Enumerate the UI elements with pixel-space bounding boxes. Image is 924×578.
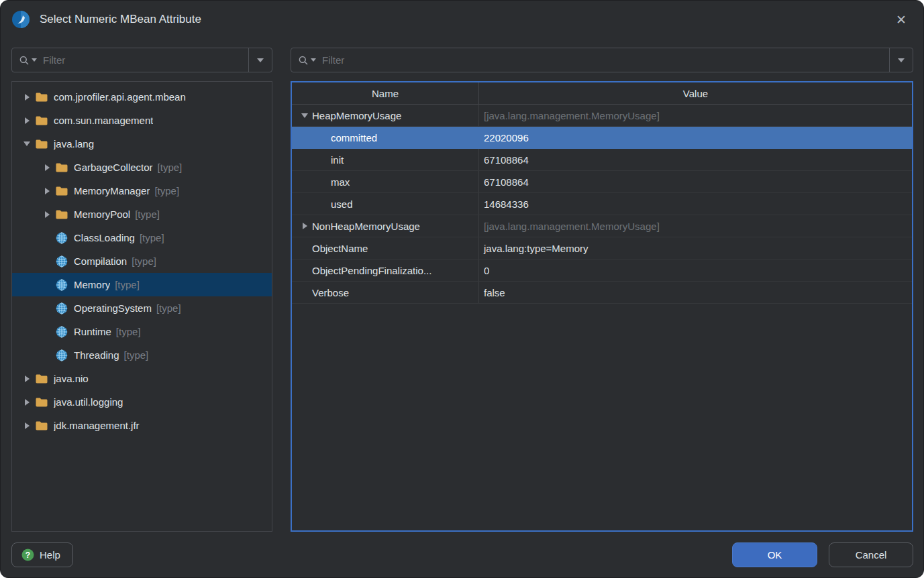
tree-item-memorypool[interactable]: MemoryPool[type] xyxy=(12,203,272,226)
expand-arrow-icon[interactable] xyxy=(39,188,55,194)
attribute-row-used[interactable]: used14684336 xyxy=(292,193,912,215)
attribute-value: false xyxy=(479,282,912,303)
chevron-down-icon xyxy=(898,58,905,62)
attribute-row-nonheapmemoryusage[interactable]: NonHeapMemoryUsage[java.lang.management.… xyxy=(292,215,912,237)
mbean-icon xyxy=(55,325,68,339)
expand-arrow-icon[interactable] xyxy=(19,399,35,406)
type-badge: [type] xyxy=(115,279,140,290)
tree-item-label: Runtime xyxy=(74,326,111,337)
folder-icon xyxy=(55,161,68,174)
tree-item-jdk-management-jfr[interactable]: jdk.management.jfr xyxy=(12,414,272,437)
jprofiler-icon xyxy=(11,10,30,29)
tree-item-threading[interactable]: Threading[type] xyxy=(12,343,272,367)
tree-item-java-lang[interactable]: java.lang xyxy=(12,132,272,156)
close-icon[interactable]: ✕ xyxy=(892,11,910,28)
expand-arrow-icon[interactable] xyxy=(19,94,35,101)
mbean-tree: com.jprofiler.api.agent.mbeancom.sun.man… xyxy=(11,81,272,532)
attribute-row-verbose[interactable]: Verbosefalse xyxy=(292,282,912,304)
mbean-icon xyxy=(55,349,68,362)
type-badge: [type] xyxy=(135,209,160,220)
attribute-value: 14684336 xyxy=(479,193,912,215)
attribute-value: 67108864 xyxy=(479,171,912,192)
attribute-name: committed xyxy=(331,132,377,143)
tree-item-runtime[interactable]: Runtime[type] xyxy=(12,320,272,343)
attribute-filter-input[interactable] xyxy=(321,54,889,66)
attribute-name-cell: committed xyxy=(292,127,479,148)
tree-item-memorymanager[interactable]: MemoryManager[type] xyxy=(12,179,272,203)
column-header-name[interactable]: Name xyxy=(292,82,479,104)
tree-item-label: ClassLoading xyxy=(74,232,135,243)
collapse-arrow-icon[interactable] xyxy=(297,113,312,118)
attribute-name: ObjectPendingFinalizatio... xyxy=(312,265,431,276)
attribute-name-cell: ObjectPendingFinalizatio... xyxy=(292,259,479,281)
cancel-button[interactable]: Cancel xyxy=(829,542,913,567)
mbean-icon xyxy=(55,255,68,268)
ok-button[interactable]: OK xyxy=(732,542,817,567)
title-bar: Select Numeric MBean Attribute ✕ xyxy=(1,1,923,38)
attribute-row-committed[interactable]: committed22020096 xyxy=(292,127,912,149)
tree-item-classloading[interactable]: ClassLoading[type] xyxy=(12,226,272,249)
expand-arrow-icon[interactable] xyxy=(39,211,55,218)
search-history-arrow-icon xyxy=(311,58,316,62)
folder-icon xyxy=(35,91,48,104)
expand-arrow-icon[interactable] xyxy=(297,223,312,229)
expand-arrow-icon[interactable] xyxy=(19,117,35,124)
attribute-name-cell: NonHeapMemoryUsage xyxy=(292,215,479,237)
attribute-filter-dropdown-button[interactable] xyxy=(889,48,913,72)
collapse-arrow-icon[interactable] xyxy=(19,141,35,146)
chevron-glyph xyxy=(301,113,308,118)
attribute-row-objectname[interactable]: ObjectNamejava.lang:type=Memory xyxy=(292,237,912,259)
attribute-row-heapmemoryusage[interactable]: HeapMemoryUsage[java.lang.management.Mem… xyxy=(292,105,912,127)
tree-item-com-jprofiler-api-agent-mbean[interactable]: com.jprofiler.api.agent.mbean xyxy=(12,85,272,109)
search-icon[interactable] xyxy=(12,55,42,66)
attribute-name: NonHeapMemoryUsage xyxy=(312,221,420,232)
folder-icon xyxy=(35,137,48,151)
help-icon: ? xyxy=(21,548,34,561)
tree-item-java-util-logging[interactable]: java.util.logging xyxy=(12,390,272,414)
tree-item-java-nio[interactable]: java.nio xyxy=(12,367,272,390)
dialog-title: Select Numeric MBean Attribute xyxy=(40,13,201,26)
tree-item-operatingsystem[interactable]: OperatingSystem[type] xyxy=(12,296,272,320)
help-button[interactable]: ? Help xyxy=(11,542,73,567)
attribute-name-cell: used xyxy=(292,193,479,215)
dialog-footer: ? Help OK Cancel xyxy=(1,532,923,577)
type-badge: [type] xyxy=(158,162,183,173)
help-button-label: Help xyxy=(40,549,60,561)
tree-item-compilation[interactable]: Compilation[type] xyxy=(12,249,272,273)
attribute-name-cell: max xyxy=(292,171,479,192)
type-badge: [type] xyxy=(116,326,141,337)
attribute-row-max[interactable]: max67108864 xyxy=(292,171,912,193)
tree-item-label: jdk.management.jfr xyxy=(54,420,140,431)
column-header-value[interactable]: Value xyxy=(479,82,912,104)
chevron-glyph xyxy=(45,164,50,171)
expand-arrow-icon[interactable] xyxy=(19,375,35,382)
tree-item-garbagecollector[interactable]: GarbageCollector[type] xyxy=(12,156,272,179)
expand-arrow-icon[interactable] xyxy=(39,164,55,171)
chevron-glyph xyxy=(23,141,30,146)
attribute-pane: Name Value HeapMemoryUsage[java.lang.man… xyxy=(291,48,913,532)
folder-icon xyxy=(35,372,48,386)
tree-filter-input[interactable] xyxy=(42,54,248,66)
attribute-value: 0 xyxy=(479,259,912,281)
chevron-glyph xyxy=(25,375,30,382)
tree-item-label: MemoryPool xyxy=(74,209,130,220)
chevron-glyph xyxy=(25,117,30,124)
expand-arrow-icon[interactable] xyxy=(19,422,35,429)
tree-item-memory[interactable]: Memory[type] xyxy=(12,273,272,296)
attribute-row-objectpendingfinalizatio[interactable]: ObjectPendingFinalizatio...0 xyxy=(292,259,912,282)
chevron-glyph xyxy=(25,422,30,429)
attribute-value: [java.lang.management.MemoryUsage] xyxy=(479,105,912,126)
type-badge: [type] xyxy=(124,349,149,361)
tree-item-label: MemoryManager xyxy=(74,185,150,196)
tree-item-label: java.util.logging xyxy=(54,396,123,408)
tree-item-label: com.sun.management xyxy=(54,115,153,126)
attribute-row-init[interactable]: init67108864 xyxy=(292,149,912,171)
attribute-value: 67108864 xyxy=(479,149,912,170)
type-badge: [type] xyxy=(132,255,156,267)
tree-filter-dropdown-button[interactable] xyxy=(248,48,272,72)
tree-item-com-sun-management[interactable]: com.sun.management xyxy=(12,109,272,132)
attribute-name: Verbose xyxy=(312,287,349,298)
search-icon[interactable] xyxy=(291,55,321,66)
chevron-glyph xyxy=(25,399,30,406)
attribute-table: Name Value HeapMemoryUsage[java.lang.man… xyxy=(291,81,913,532)
